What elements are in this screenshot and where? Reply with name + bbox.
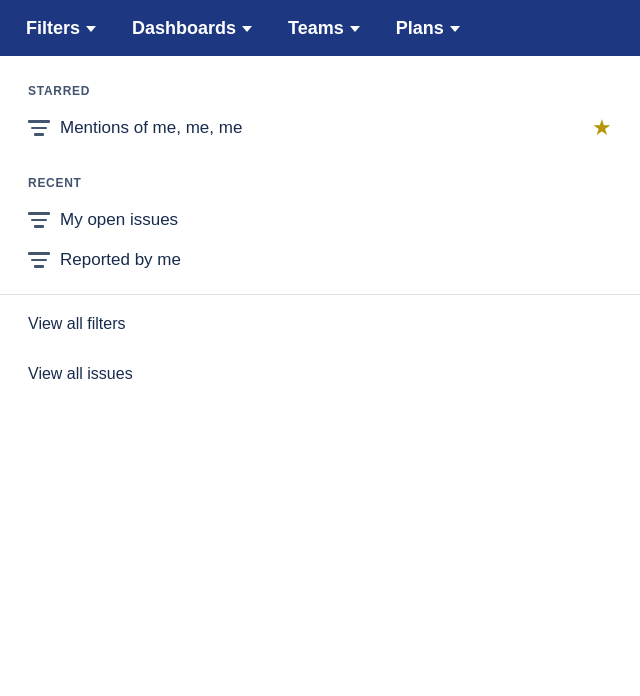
starred-section-header: STARRED <box>0 56 640 108</box>
nav-item-dashboards[interactable]: Dashboards <box>114 0 270 56</box>
chevron-down-icon <box>242 26 252 32</box>
navbar: Filters Dashboards Teams Plans <box>0 0 640 56</box>
view-all-filters-link[interactable]: View all filters <box>0 299 640 349</box>
nav-plans-label: Plans <box>396 18 444 39</box>
funnel-icon <box>28 120 50 136</box>
funnel-icon <box>28 252 50 268</box>
filter-item-label: My open issues <box>60 210 178 230</box>
star-icon: ★ <box>592 115 612 141</box>
chevron-down-icon <box>350 26 360 32</box>
nav-item-filters[interactable]: Filters <box>8 0 114 56</box>
nav-item-teams[interactable]: Teams <box>270 0 378 56</box>
chevron-down-icon <box>450 26 460 32</box>
chevron-down-icon <box>86 26 96 32</box>
view-all-issues-link[interactable]: View all issues <box>0 349 640 399</box>
nav-dashboards-label: Dashboards <box>132 18 236 39</box>
filter-item-label: Reported by me <box>60 250 181 270</box>
funnel-icon <box>28 212 50 228</box>
bottom-links-section: View all filters View all issues <box>0 295 640 403</box>
filter-icon <box>28 120 60 136</box>
recent-section-header: RECENT <box>0 148 640 200</box>
nav-item-plans[interactable]: Plans <box>378 0 478 56</box>
filter-item-label: Mentions of me, me, me <box>60 118 242 138</box>
filters-dropdown: STARRED Mentions of me, me, me ★ RECENT … <box>0 56 640 403</box>
list-item[interactable]: Reported by me <box>0 240 640 280</box>
filter-icon <box>28 252 60 268</box>
filter-icon <box>28 212 60 228</box>
list-item[interactable]: Mentions of me, me, me ★ <box>0 108 640 148</box>
nav-teams-label: Teams <box>288 18 344 39</box>
list-item[interactable]: My open issues <box>0 200 640 240</box>
nav-filters-label: Filters <box>26 18 80 39</box>
